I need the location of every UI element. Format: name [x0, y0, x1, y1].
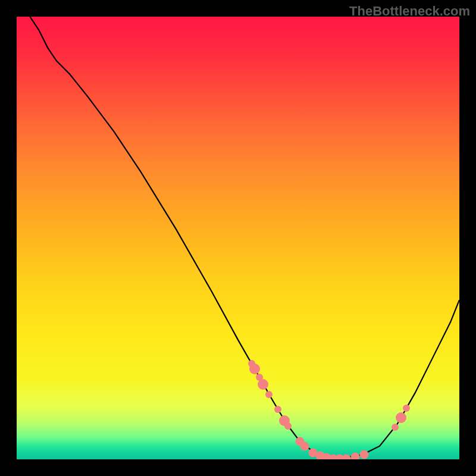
curve-marker	[284, 422, 292, 430]
watermark-text: TheBottleneck.com	[349, 4, 470, 19]
bottleneck-curve	[30, 17, 459, 459]
curve-marker	[300, 441, 309, 450]
curve-marker	[265, 391, 273, 398]
curve-marker	[392, 424, 399, 431]
curve-marker	[403, 405, 410, 412]
curve-marker	[249, 364, 260, 374]
curve-marker	[396, 412, 406, 423]
curve-marker	[351, 453, 360, 459]
curve-marker	[342, 454, 351, 459]
curve-svg	[17, 17, 459, 459]
plot-area	[17, 17, 459, 459]
curve-marker	[360, 450, 369, 459]
curve-marker	[258, 379, 268, 390]
curve-marker	[274, 406, 281, 413]
